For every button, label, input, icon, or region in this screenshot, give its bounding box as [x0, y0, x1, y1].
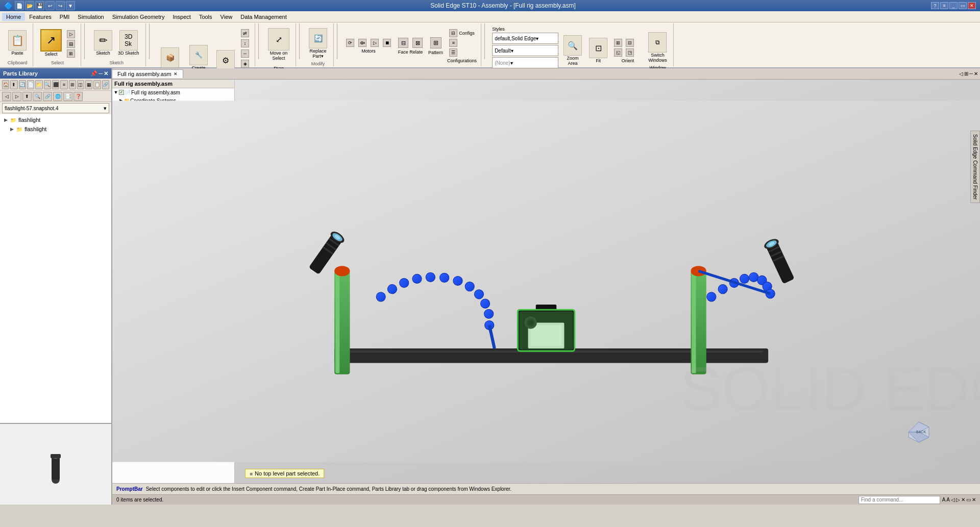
paste-button[interactable]: 📋 Paste — [6, 29, 29, 57]
style-none-dropdown[interactable]: (None)▾ — [492, 57, 558, 68]
style-sub-dropdown[interactable]: Default▾ — [492, 45, 558, 56]
asm-sub4[interactable]: ◈ — [239, 59, 251, 68]
tb2-btn-7[interactable]: 📑 — [63, 92, 72, 101]
orient-btn2[interactable]: ⊟ — [624, 38, 635, 47]
motor-btn4[interactable]: ⏹ — [381, 38, 393, 47]
menu-inspect[interactable]: Inspect — [168, 13, 194, 21]
bottom-icon-4[interactable]: ▷ — [956, 497, 960, 503]
command-input[interactable] — [859, 496, 940, 504]
expand-icon[interactable]: ≡ — [940, 2, 948, 9]
tb-btn-1[interactable]: 🏠 — [2, 80, 9, 89]
viewport-tab-close[interactable]: ✕ — [174, 71, 178, 77]
orient-btn3[interactable]: ◱ — [612, 48, 624, 57]
qat-new[interactable]: 📄 — [15, 1, 24, 10]
tb-btn-2[interactable]: ⬆ — [10, 80, 17, 89]
fit-button[interactable]: ⊡ Fit — [587, 36, 609, 65]
tb-btn-6[interactable]: 🔍 — [44, 80, 51, 89]
tb-btn-12[interactable]: 📋 — [93, 80, 101, 89]
viewport-minimize[interactable]: ─ — [969, 71, 973, 77]
menu-tools[interactable]: Tools — [195, 13, 216, 21]
ribbon-group-select: ↗ Select ▷ ▤ ⊞ Select — [34, 23, 81, 66]
parts-tree-folder-1[interactable]: ▶ 📁 flashlight — [1, 115, 110, 124]
qat-undo[interactable]: ↩ — [45, 1, 55, 10]
qat-save[interactable]: 💾 — [35, 1, 44, 10]
asm-sub2[interactable]: ↕ — [239, 39, 251, 48]
orient-btn4[interactable]: ◳ — [624, 48, 635, 57]
viewport-3d[interactable]: Full rig assembly.asm ▼ ✓ 📄 Full rig ass… — [112, 80, 980, 483]
command-input-area[interactable]: A A ◁ ▷ ✕ ▭ ✕ — [859, 496, 976, 504]
asm-sub3[interactable]: ↔ — [239, 49, 251, 58]
qat-redo[interactable]: ↪ — [56, 1, 65, 10]
solid-edge-finder-tab[interactable]: Solid Edge Command Finder — [970, 131, 980, 203]
menu-sim-geometry[interactable]: Simulation Geometry — [108, 13, 169, 21]
config-btn3[interactable]: ☰ — [448, 48, 476, 57]
motor-btn2[interactable]: ⟴ — [357, 38, 368, 47]
tb-btn-3[interactable]: 🔄 — [19, 80, 26, 89]
select-sub-btn-3[interactable]: ⊞ — [65, 49, 77, 58]
parts-close-icon[interactable]: ✕ — [104, 70, 108, 77]
viewport-prev[interactable]: ◁ — [959, 71, 963, 77]
qat-dropdown[interactable]: ▼ — [66, 1, 75, 10]
parts-tree-folder-2[interactable]: ▶ 📁 flashlight — [1, 124, 110, 134]
switch-windows-button[interactable]: ⧉ SwitchWindows — [646, 31, 669, 64]
navigation-cube[interactable]: BACK — [898, 412, 939, 453]
select-button[interactable]: ↗ Select — [38, 28, 64, 58]
tb-btn-9[interactable]: ⊞ — [69, 80, 76, 89]
close-button[interactable]: ✕ — [968, 2, 976, 9]
tb2-btn-5[interactable]: 🔗 — [43, 92, 52, 101]
replace-part-button[interactable]: 🔄 ReplacePart▾ — [307, 27, 329, 60]
sketch-button[interactable]: ✏ Sketch — [92, 29, 114, 57]
tb2-btn-2[interactable]: ▷ — [12, 92, 21, 101]
bottom-icon-2[interactable]: A — [946, 497, 950, 503]
face-relate-btn[interactable]: ⊟ — [397, 37, 410, 48]
tb-btn-4[interactable]: 📄 — [27, 80, 34, 89]
help-button[interactable]: ? — [931, 2, 939, 9]
menu-features[interactable]: Features — [25, 13, 55, 21]
menu-pmi[interactable]: PMI — [56, 13, 74, 21]
bottom-icon-3[interactable]: ◁ — [951, 497, 955, 503]
tb2-btn-6[interactable]: 🌐 — [53, 92, 62, 101]
asm-sub1[interactable]: ⇌ — [239, 29, 251, 38]
motor-btn3[interactable]: ▷ — [369, 38, 380, 47]
3d-sketch-button[interactable]: 3DSk 3D Sketch — [116, 29, 141, 57]
bottom-icon-5[interactable]: ✕ — [961, 497, 965, 503]
parts-minimize-icon[interactable]: ─ — [99, 70, 103, 77]
config-btn2[interactable]: ≡ — [448, 38, 476, 47]
tb2-btn-4[interactable]: 🔍 — [33, 92, 42, 101]
viewport-tab-main[interactable]: Full rig assembly.asm ✕ — [112, 69, 183, 78]
tb-btn-11[interactable]: ▦ — [85, 80, 92, 89]
parts-pin-icon[interactable]: 📌 — [90, 70, 97, 77]
face-relate-btn2[interactable]: ⊠ — [411, 37, 424, 48]
config-btn1[interactable]: ⊟Configs — [448, 29, 476, 38]
select-sub-btn-1[interactable]: ▷ — [65, 30, 77, 39]
menu-home[interactable]: Home — [2, 13, 25, 21]
tb2-btn-3[interactable]: ⬆ — [22, 92, 32, 101]
pattern-btn[interactable]: ⊞ — [429, 37, 443, 49]
bottom-icon-6[interactable]: ▭ — [966, 497, 971, 503]
bottom-icon-7[interactable]: ✕ — [972, 497, 976, 503]
zoom-area-button[interactable]: 🔍 ZoomArea — [561, 34, 584, 67]
bottom-icon-1[interactable]: A — [942, 497, 946, 503]
style-dropdown[interactable]: default,Solid Edge▾ — [492, 33, 558, 44]
menu-simulation[interactable]: Simulation — [74, 13, 108, 21]
select-sub-btn-2[interactable]: ▤ — [65, 39, 77, 48]
tb-btn-13[interactable]: 🔗 — [102, 80, 109, 89]
move-on-select-button[interactable]: ⤢ Move onSelect — [266, 27, 291, 62]
tb-btn-5[interactable]: 📁 — [35, 80, 42, 89]
menu-view[interactable]: View — [216, 13, 237, 21]
orient-btn1[interactable]: ⊞ — [612, 38, 624, 47]
menu-data-mgmt[interactable]: Data Management — [236, 13, 291, 21]
tb2-btn-1[interactable]: ◁ — [2, 92, 11, 101]
tb-btn-10[interactable]: ◫ — [77, 80, 84, 89]
file-path-selector[interactable]: flashlight-57.snapshot.4 ▾ — [2, 103, 109, 113]
motor-btn1[interactable]: ⟳ — [345, 38, 356, 47]
qat-open[interactable]: 📂 — [25, 1, 34, 10]
minimize-button[interactable]: _ — [949, 2, 958, 9]
tb-btn-7[interactable]: ⬛ — [52, 80, 59, 89]
viewport-expand[interactable]: ⊞ — [964, 71, 968, 77]
viewport-close[interactable]: ✕ — [974, 71, 978, 77]
file-path-dropdown-arrow[interactable]: ▾ — [104, 105, 107, 112]
tb2-btn-8[interactable]: ❓ — [74, 92, 83, 101]
restore-button[interactable]: ▭ — [959, 2, 967, 9]
tb-btn-8[interactable]: ≡ — [60, 80, 67, 89]
